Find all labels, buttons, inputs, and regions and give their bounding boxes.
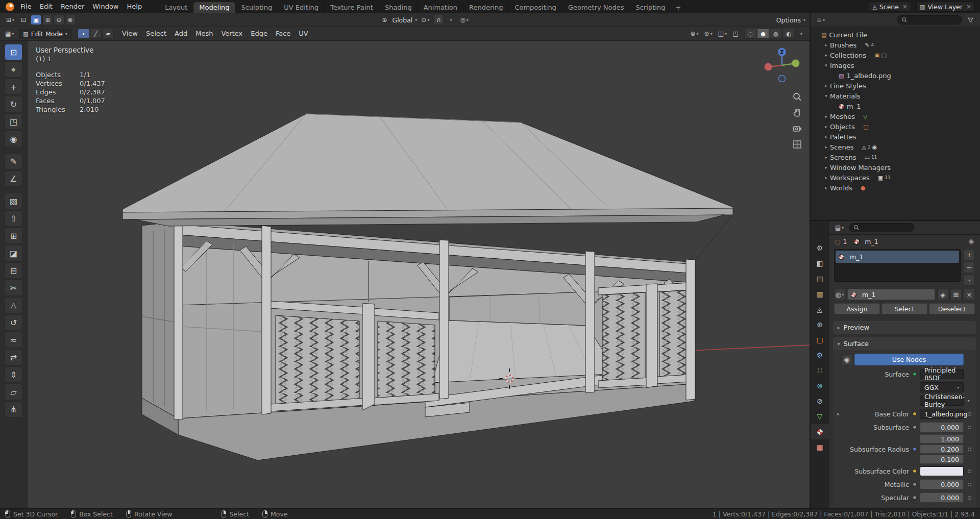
proportional-edit-toggle[interactable]: ◎ ▾	[458, 15, 471, 25]
axis-neg-z-handle[interactable]	[779, 76, 786, 82]
tool-poly-build-icon[interactable]: △	[5, 297, 22, 313]
outliner-row-scenes[interactable]: ▸Scenes◬2◉	[811, 142, 980, 152]
outliner-row-meshes[interactable]: ▸Meshes▽	[811, 111, 980, 121]
breadcrumb-object[interactable]: ▢ 1	[835, 238, 847, 245]
transform-orientation[interactable]: ⊕ Global ▾	[379, 15, 417, 25]
menu-help[interactable]: Help	[123, 2, 146, 12]
tool-extrude-region-icon[interactable]: ⇧	[5, 210, 22, 227]
properties-tab-output[interactable]: ▤	[811, 271, 829, 286]
properties-editor-icon[interactable]: ▤ ▾	[833, 223, 846, 233]
remove-slot-button[interactable]: −	[964, 262, 975, 273]
tool-annotate-icon[interactable]: ✎	[5, 153, 22, 169]
show-overlays-icon[interactable]: ◫▾	[716, 29, 729, 39]
tool-rip-region-icon[interactable]: ⋔	[5, 401, 22, 417]
tool-shear-icon[interactable]: ▱	[5, 384, 22, 400]
outliner-row-brushes[interactable]: ▸Brushes✎4	[811, 40, 980, 50]
outliner-row-line-styles[interactable]: ▸Line Styles	[811, 81, 980, 91]
outliner-editor-icon[interactable]: ≡ ▾	[815, 15, 827, 25]
outliner-row-screens[interactable]: ▸Screens▭11	[811, 152, 980, 162]
subsurface-field[interactable]: 0.000	[920, 422, 964, 432]
properties-search-input[interactable]	[849, 223, 914, 232]
scene-unlink-icon[interactable]: ×	[902, 3, 908, 10]
surface-menu[interactable]: Principled BSDF	[920, 369, 964, 379]
unlink-material-button[interactable]: ×	[964, 289, 975, 300]
options-dropdown[interactable]: Options ▾	[775, 16, 805, 24]
fake-user-button[interactable]: ◈	[937, 289, 948, 300]
tab-rendering[interactable]: Rendering	[463, 2, 509, 13]
face-select-mode-button[interactable]: ▰	[102, 29, 114, 39]
ggx-dropdown[interactable]: GGX▾	[920, 382, 964, 392]
viewport-editor-icon[interactable]: ▦ ▾	[3, 29, 16, 39]
outliner-row-images[interactable]: ▾Images	[811, 60, 980, 70]
viewport-menu-mesh[interactable]: Mesh	[191, 29, 217, 39]
select-mode-new-icon[interactable]: ▣	[31, 15, 41, 25]
material-slot-selected[interactable]: m_1	[836, 251, 959, 263]
vertex-select-mode-button[interactable]: •	[78, 29, 89, 39]
menu-file[interactable]: File	[16, 2, 36, 12]
object-visibility-icon[interactable]: ⊚▾	[688, 29, 700, 39]
properties-tab-tool[interactable]: ⚙	[811, 240, 829, 256]
specular-field[interactable]: 0.000	[920, 492, 964, 503]
tool-shrink-fatten-icon[interactable]: ⇕	[5, 366, 22, 383]
disclosure-right-icon[interactable]: ▸	[822, 144, 830, 150]
outliner-search-input[interactable]	[897, 15, 962, 24]
outliner-row-worlds[interactable]: ▸Worlds●	[811, 183, 980, 193]
disclosure-right-icon[interactable]: ▸	[822, 53, 830, 58]
assign-button[interactable]: Assign	[834, 303, 880, 314]
tool-add-cube-icon[interactable]: ▧	[5, 193, 22, 209]
slot-specials-button[interactable]: ▾	[964, 275, 975, 286]
viewport-menu-view[interactable]: View	[118, 29, 142, 39]
outliner-filter-icon[interactable]	[965, 15, 976, 25]
disclosure-down-icon[interactable]: ▾	[822, 93, 830, 98]
pavilion-model[interactable]	[122, 114, 733, 460]
outliner-row-materials[interactable]: ▾Materials	[811, 91, 980, 101]
properties-tab-physics[interactable]: ⊚	[811, 378, 829, 393]
properties-tab-texture[interactable]: ▦	[811, 439, 829, 455]
disclosure-right-icon[interactable]: ▸	[822, 175, 830, 180]
show-gizmo-icon[interactable]: ⊕▾	[702, 29, 715, 39]
pivot-point-button[interactable]: ⊙ ▾	[419, 15, 431, 25]
surface-panel-header[interactable]: ▾ Surface	[833, 337, 976, 350]
shading-solid-button[interactable]: ●	[757, 29, 769, 39]
outliner-row-m-1[interactable]: m_1	[811, 101, 980, 111]
properties-tab-scene[interactable]: ◬	[811, 302, 829, 317]
tab-compositing[interactable]: Compositing	[509, 2, 562, 13]
disclosure-right-icon[interactable]: ▸	[822, 185, 830, 190]
tool-bevel-icon[interactable]: ◪	[5, 245, 22, 261]
node-icon-button[interactable]: ◉	[841, 354, 852, 365]
shading-rendered-button[interactable]: ◐	[782, 29, 795, 39]
disclosure-right-icon[interactable]: ▸	[822, 134, 830, 139]
tool-spin-icon[interactable]: ↺	[5, 314, 22, 331]
tool-measure-icon[interactable]: ∠	[5, 170, 22, 187]
navigation-gizmo[interactable]: Z	[761, 44, 803, 87]
properties-tab-particles[interactable]: ∷	[811, 363, 829, 378]
blender-menu-button[interactable]	[3, 0, 16, 13]
menu-render[interactable]: Render	[57, 2, 88, 12]
select-mode-extend-icon[interactable]: ⊕	[42, 15, 53, 25]
tab-shading[interactable]: Shading	[379, 2, 418, 13]
add-workspace-button[interactable]: +	[671, 2, 685, 13]
christensen-burley-dropdown[interactable]: Christensen-Burley▾	[920, 396, 964, 406]
use-nodes-button[interactable]: Use Nodes	[854, 354, 964, 365]
axis-x-handle[interactable]	[765, 63, 772, 71]
tab-scripting[interactable]: Scripting	[630, 2, 672, 13]
select-mode-subtract-icon[interactable]: ⊖	[54, 15, 64, 25]
viewport-menu-face[interactable]: Face	[272, 29, 295, 39]
properties-tab-constraints[interactable]: ⊘	[811, 393, 829, 409]
tool-rotate-icon[interactable]: ↻	[5, 96, 22, 112]
tool-edge-slide-icon[interactable]: ⇄	[5, 349, 22, 365]
shading-options-dropdown[interactable]: ▾	[796, 29, 806, 39]
snap-options-button[interactable]: ▾	[446, 15, 456, 25]
edge-select-mode-button[interactable]: ╱	[90, 29, 102, 39]
tool-transform-icon[interactable]: ◉	[5, 131, 22, 147]
outliner-row-palettes[interactable]: ▸Palettes	[811, 132, 980, 142]
tool-settings-editor-icon[interactable]: ⊞ ▾	[4, 15, 16, 25]
subsurface-color-swatch[interactable]	[920, 466, 964, 476]
scene-selector[interactable]: ◬ Scene ×	[869, 2, 911, 12]
tool-scale-icon[interactable]: ◳	[5, 113, 22, 130]
pan-hand-icon[interactable]	[791, 107, 803, 119]
tab-sculpting[interactable]: Sculpting	[235, 2, 278, 13]
outliner-row-workspaces[interactable]: ▸Workspaces▣11	[811, 172, 980, 183]
toggle-xray-icon[interactable]: ◰	[730, 29, 741, 39]
viewport-canvas[interactable]	[0, 41, 810, 508]
